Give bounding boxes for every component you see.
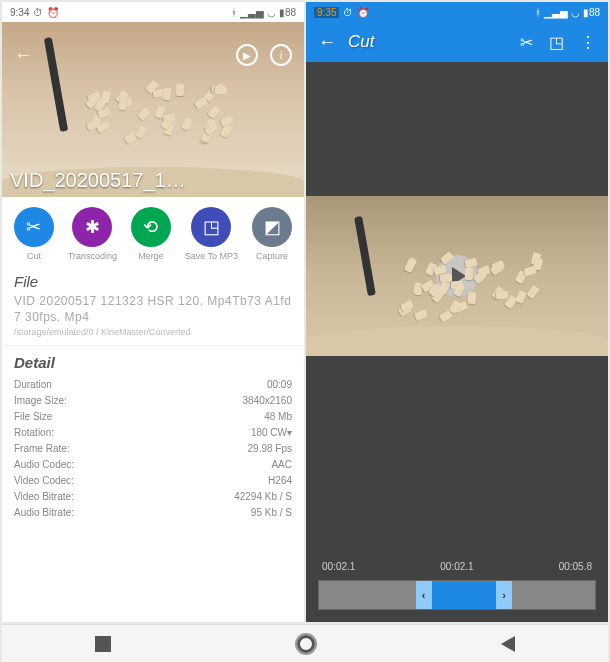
page-title: Cut xyxy=(348,32,520,52)
cut-editor-screen: 9:35 ⏱ ⏰ ᚼ ▁▃▅ ◡ ▮88 ← Cut ✂ ◳ ⋮ xyxy=(306,2,608,622)
detail-row: Audio Bitrate:95 Kb / S xyxy=(14,505,292,521)
detail-value: AAC xyxy=(271,457,292,473)
detail-value: 29.98 Fps xyxy=(248,441,292,457)
info-icon[interactable]: i xyxy=(270,44,292,66)
editor-area: 00:02.1 00:02.1 00:05.8 ‹ › xyxy=(306,62,608,622)
detail-value: 3840x2160 xyxy=(243,393,293,409)
file-path: /storage/emulated/0 / KineMaster/Convert… xyxy=(14,327,292,337)
detail-key: Image Size: xyxy=(14,393,67,409)
link-icon: ⟲ xyxy=(143,216,158,238)
detail-key: Audio Codec: xyxy=(14,457,74,473)
bluetooth-icon: ᚼ xyxy=(231,7,237,18)
detail-row: File Size48 Mb xyxy=(14,409,292,425)
battery-icon: ▮88 xyxy=(279,7,296,18)
detail-row: Rotation:180 CW▾ xyxy=(14,425,292,441)
info-panel: File VID 20200517 121323 HSR 120. Mp4Tb7… xyxy=(2,265,304,622)
detail-key: Frame Rate: xyxy=(14,441,70,457)
signal-icon: ▁▃▅ xyxy=(544,7,568,18)
detail-row: Audio Codec:AAC xyxy=(14,457,292,473)
battery-icon: ▮88 xyxy=(583,7,600,18)
clock-icon: ⏰ xyxy=(357,7,369,18)
alarm-icon: ⏱ xyxy=(33,7,43,18)
time-current: 00:02.1 xyxy=(440,561,473,572)
timeline-scrubber[interactable]: ‹ › xyxy=(318,580,596,610)
detail-key: Audio Bitrate: xyxy=(14,505,74,521)
video-title-overlay: VID_20200517_1… xyxy=(10,169,186,192)
status-time: 9:35 xyxy=(314,7,339,18)
menu-icon[interactable]: ⋮ xyxy=(580,33,596,52)
detail-row: Video Bitrate:42294 Kb / S xyxy=(14,489,292,505)
play-icon[interactable]: ▶ xyxy=(236,44,258,66)
clock-icon: ⏰ xyxy=(47,7,59,18)
detail-key: Rotation: xyxy=(14,425,54,441)
trim-handle-left[interactable]: ‹ xyxy=(416,581,432,609)
signal-icon: ▁▃▅ xyxy=(240,7,264,18)
detail-row: Image Size:3840x2160 xyxy=(14,393,292,409)
camera-icon: ◩ xyxy=(264,216,281,238)
video-details-screen: 9:34 ⏱ ⏰ ᚼ ▁▃▅ ◡ ▮88 ← ▶ i VID_20200517_… xyxy=(2,2,304,622)
detail-row: Duration00:09 xyxy=(14,377,292,393)
detail-row: Frame Rate:29.98 Fps xyxy=(14,441,292,457)
trim-range[interactable]: ‹ › xyxy=(416,581,513,609)
detail-value: H264 xyxy=(268,473,292,489)
scissors-icon: ✂ xyxy=(26,216,41,238)
detail-key: Video Bitrate: xyxy=(14,489,74,505)
detail-key: Video Codec: xyxy=(14,473,74,489)
nav-home-button[interactable] xyxy=(297,635,315,653)
save-icon[interactable]: ◳ xyxy=(549,33,564,52)
scissors-icon[interactable]: ✂ xyxy=(520,33,533,52)
status-bar: 9:35 ⏱ ⏰ ᚼ ▁▃▅ ◡ ▮88 xyxy=(306,2,608,22)
detail-key: Duration xyxy=(14,377,52,393)
detail-section-title: Detail xyxy=(14,354,292,371)
action-toolbar: ✂ Cut ✱ Transcoding ⟲ Merge ◳ Save To MP… xyxy=(2,197,304,265)
detail-row: Video Codec:H264 xyxy=(14,473,292,489)
merge-button[interactable]: ⟲ Merge xyxy=(131,207,171,261)
nav-back-button[interactable] xyxy=(501,636,515,652)
app-bar: ← Cut ✂ ◳ ⋮ xyxy=(306,22,608,62)
bluetooth-icon: ᚼ xyxy=(535,7,541,18)
status-bar: 9:34 ⏱ ⏰ ᚼ ▁▃▅ ◡ ▮88 xyxy=(2,2,304,22)
compress-icon: ✱ xyxy=(85,216,100,238)
detail-value: 95 Kb / S xyxy=(251,505,292,521)
disk-icon: ◳ xyxy=(203,216,220,238)
detail-value: 48 Mb xyxy=(264,409,292,425)
detail-value: 180 CW▾ xyxy=(251,425,292,441)
video-thumbnail[interactable]: ← ▶ i VID_20200517_1… xyxy=(2,22,304,197)
detail-list: Duration00:09Image Size:3840x2160File Si… xyxy=(14,377,292,521)
video-preview[interactable] xyxy=(306,196,608,356)
back-button[interactable]: ← xyxy=(318,32,336,53)
file-name: VID 20200517 121323 HSR 120. Mp4Tb73 A1f… xyxy=(14,294,292,325)
nav-recent-button[interactable] xyxy=(95,636,111,652)
cut-button[interactable]: ✂ Cut xyxy=(14,207,54,261)
status-time: 9:34 xyxy=(10,7,29,18)
wifi-icon: ◡ xyxy=(267,7,276,18)
back-button[interactable]: ← xyxy=(14,45,32,66)
detail-key: File Size xyxy=(14,409,52,425)
time-start: 00:02.1 xyxy=(322,561,355,572)
transcoding-button[interactable]: ✱ Transcoding xyxy=(68,207,117,261)
file-section-title: File xyxy=(14,273,292,290)
capture-button[interactable]: ◩ Capture xyxy=(252,207,292,261)
detail-value: 42294 Kb / S xyxy=(234,489,292,505)
detail-value: 00:09 xyxy=(267,377,292,393)
wifi-icon: ◡ xyxy=(571,7,580,18)
system-nav-bar xyxy=(2,624,608,662)
timeline-labels: 00:02.1 00:02.1 00:05.8 xyxy=(306,557,608,576)
time-end: 00:05.8 xyxy=(559,561,592,572)
trim-handle-right[interactable]: › xyxy=(496,581,512,609)
alarm-icon: ⏱ xyxy=(343,7,353,18)
save-mp3-button[interactable]: ◳ Save To MP3 xyxy=(185,207,238,261)
